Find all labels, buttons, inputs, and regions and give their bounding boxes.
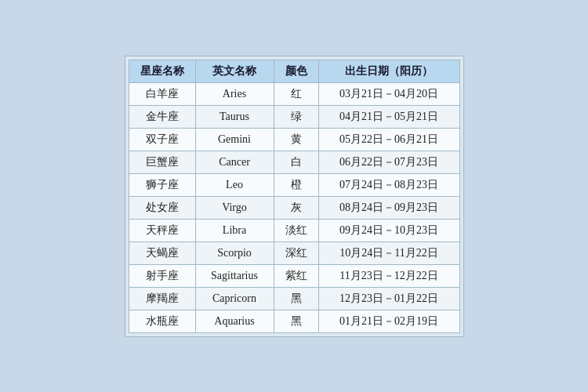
cell-date: 04月21日－05月21日 <box>318 105 459 128</box>
cell-english: Gemini <box>195 128 274 151</box>
cell-color: 橙 <box>274 173 318 196</box>
cell-date: 10月24日－11月22日 <box>318 241 459 264</box>
cell-color: 白 <box>274 151 318 173</box>
header-date: 出生日期（阳历） <box>318 60 459 82</box>
table-row: 摩羯座Capricorn黑12月23日－01月22日 <box>129 287 459 310</box>
cell-date: 11月23日－12月22日 <box>318 264 459 287</box>
header-chinese: 星座名称 <box>129 60 195 82</box>
cell-chinese: 天秤座 <box>129 219 195 241</box>
table-row: 狮子座Leo橙07月24日－08月23日 <box>129 173 459 196</box>
cell-chinese: 射手座 <box>129 264 195 287</box>
table-row: 巨蟹座Cancer白06月22日－07月23日 <box>129 151 459 173</box>
cell-color: 灰 <box>274 196 318 219</box>
cell-color: 淡红 <box>274 219 318 241</box>
header-color: 颜色 <box>274 60 318 82</box>
cell-color: 黑 <box>274 287 318 310</box>
table-row: 天蝎座Scorpio深红10月24日－11月22日 <box>129 241 459 264</box>
cell-date: 07月24日－08月23日 <box>318 173 459 196</box>
cell-date: 08月24日－09月23日 <box>318 196 459 219</box>
table-row: 处女座Virgo灰08月24日－09月23日 <box>129 196 459 219</box>
cell-english: Aquarius <box>195 310 274 332</box>
cell-chinese: 金牛座 <box>129 105 195 128</box>
cell-english: Aries <box>195 82 274 105</box>
cell-color: 深红 <box>274 241 318 264</box>
cell-english: Leo <box>195 173 274 196</box>
cell-english: Sagittarius <box>195 264 274 287</box>
cell-color: 黑 <box>274 310 318 332</box>
cell-english: Scorpio <box>195 241 274 264</box>
zodiac-table-container: 星座名称 英文名称 颜色 出生日期（阳历） 白羊座Aries红03月21日－04… <box>125 56 464 337</box>
cell-color: 黄 <box>274 128 318 151</box>
header-english: 英文名称 <box>195 60 274 82</box>
cell-date: 12月23日－01月22日 <box>318 287 459 310</box>
cell-chinese: 巨蟹座 <box>129 151 195 173</box>
cell-chinese: 摩羯座 <box>129 287 195 310</box>
cell-date: 01月21日－02月19日 <box>318 310 459 332</box>
cell-color: 紫红 <box>274 264 318 287</box>
cell-date: 09月24日－10月23日 <box>318 219 459 241</box>
cell-date: 05月22日－06月21日 <box>318 128 459 151</box>
cell-date: 03月21日－04月20日 <box>318 82 459 105</box>
table-row: 白羊座Aries红03月21日－04月20日 <box>129 82 459 105</box>
table-row: 双子座Gemini黄05月22日－06月21日 <box>129 128 459 151</box>
cell-date: 06月22日－07月23日 <box>318 151 459 173</box>
table-row: 射手座Sagittarius紫红11月23日－12月22日 <box>129 264 459 287</box>
table-header-row: 星座名称 英文名称 颜色 出生日期（阳历） <box>129 60 459 82</box>
zodiac-table: 星座名称 英文名称 颜色 出生日期（阳历） 白羊座Aries红03月21日－04… <box>129 60 460 333</box>
cell-chinese: 狮子座 <box>129 173 195 196</box>
cell-chinese: 水瓶座 <box>129 310 195 332</box>
cell-chinese: 白羊座 <box>129 82 195 105</box>
table-row: 金牛座Taurus绿04月21日－05月21日 <box>129 105 459 128</box>
cell-chinese: 双子座 <box>129 128 195 151</box>
cell-chinese: 天蝎座 <box>129 241 195 264</box>
cell-color: 红 <box>274 82 318 105</box>
cell-english: Virgo <box>195 196 274 219</box>
cell-english: Libra <box>195 219 274 241</box>
cell-color: 绿 <box>274 105 318 128</box>
cell-english: Capricorn <box>195 287 274 310</box>
cell-english: Cancer <box>195 151 274 173</box>
cell-chinese: 处女座 <box>129 196 195 219</box>
cell-english: Taurus <box>195 105 274 128</box>
table-row: 天秤座Libra淡红09月24日－10月23日 <box>129 219 459 241</box>
table-row: 水瓶座Aquarius黑01月21日－02月19日 <box>129 310 459 332</box>
